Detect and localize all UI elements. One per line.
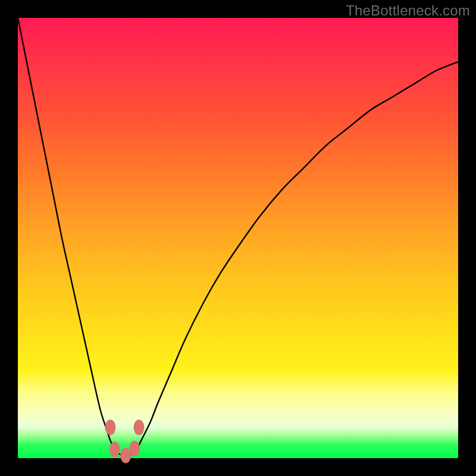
curve-path — [18, 18, 458, 456]
curve-marker — [129, 441, 140, 456]
curve-marker — [109, 441, 120, 457]
curve-marker — [105, 419, 115, 435]
bottleneck-curve — [18, 18, 458, 458]
plot-area — [18, 18, 458, 458]
curve-marker — [134, 419, 145, 435]
chart-frame: TheBottleneck.com — [0, 0, 476, 476]
watermark-label: TheBottleneck.com — [346, 2, 470, 19]
